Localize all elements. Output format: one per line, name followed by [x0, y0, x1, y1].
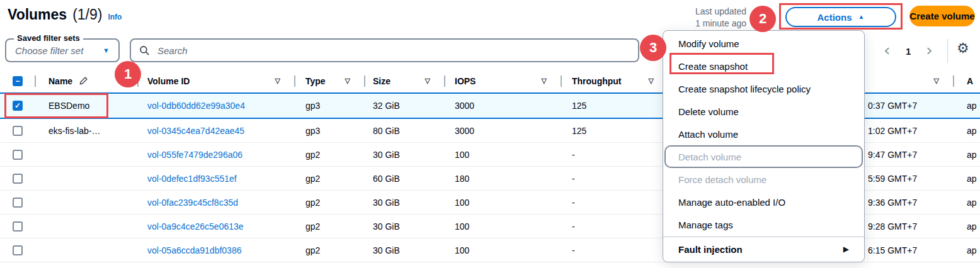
- annotation-badge-2: 2: [749, 6, 776, 32]
- cell-az: ap: [953, 238, 980, 262]
- row-checkbox[interactable]: [13, 245, 23, 255]
- preferences-gear-icon[interactable]: ⚙: [957, 42, 969, 55]
- cell-throughput: 125: [561, 94, 668, 118]
- page-header: Volumes (1/9) Info: [8, 6, 122, 23]
- cell-size: 30 GiB: [364, 215, 444, 238]
- cell-name: EBSDemo: [35, 94, 137, 118]
- menu-item-detach-volume: Detach volume: [664, 145, 863, 168]
- sort-icon: ▽: [425, 77, 430, 85]
- sort-icon: ▽: [934, 77, 939, 85]
- cell-iops: 100: [444, 215, 561, 238]
- pagination: 1: [880, 40, 936, 62]
- menu-item-create-snapshot-lifecycle-policy[interactable]: Create snapshot lifecycle policy: [663, 77, 864, 100]
- cell-size: 30 GiB: [364, 191, 444, 214]
- cell-type: gp2: [294, 167, 364, 190]
- column-header-iops[interactable]: IOPS ▽: [444, 69, 561, 92]
- chevron-right-icon: [925, 46, 933, 56]
- cell-iops: 100: [444, 143, 561, 166]
- check-icon: ✓: [14, 102, 21, 109]
- ec2-volumes-page: Volumes (1/9) Info Last updated 1 minute…: [0, 0, 980, 268]
- menu-divider: [663, 237, 864, 237]
- volume-id-link[interactable]: vol-055fe7479de296a06: [147, 150, 242, 160]
- cell-az: ap: [953, 167, 980, 190]
- cell-iops: 180: [444, 167, 561, 190]
- cell-az: ap: [953, 119, 980, 142]
- cell-iops: 3000: [444, 94, 561, 118]
- search-icon: [139, 45, 150, 56]
- search-input[interactable]: [156, 45, 630, 57]
- cell-throughput: 125: [561, 119, 668, 142]
- page-title: Volumes: [8, 6, 67, 23]
- volume-id-link[interactable]: vol-0a9c4ce26c5e0613e: [147, 221, 244, 232]
- column-header-type[interactable]: Type ▽: [294, 69, 364, 92]
- cell-iops: 100: [444, 191, 561, 214]
- menu-item-delete-volume[interactable]: Delete volume: [663, 100, 864, 123]
- cell-az: ap: [953, 191, 980, 214]
- cell-type: gp2: [294, 215, 364, 238]
- actions-menu: Modify volume Create snapshot Create sna…: [663, 30, 865, 262]
- row-checkbox[interactable]: [13, 174, 23, 184]
- row-checkbox[interactable]: ✓: [13, 101, 23, 111]
- cell-az: ap: [953, 143, 980, 166]
- current-page-number[interactable]: 1: [906, 46, 911, 57]
- create-volume-button[interactable]: Create volume: [909, 6, 975, 26]
- row-checkbox[interactable]: [13, 150, 23, 160]
- saved-filter-sets-label: Saved filter sets: [14, 33, 83, 43]
- selection-count: (1/9): [72, 6, 102, 23]
- volume-id-link[interactable]: vol-0fac239c45cf8c35d: [147, 198, 238, 208]
- toolbar-divider: [947, 39, 948, 63]
- row-checkbox[interactable]: [13, 221, 23, 232]
- cell-size: 32 GiB: [364, 94, 444, 118]
- sort-icon: ▽: [649, 77, 654, 85]
- sort-icon: ▽: [542, 77, 547, 85]
- cell-name: [35, 191, 137, 214]
- cell-throughput: -: [561, 167, 668, 190]
- row-checkbox[interactable]: [13, 126, 23, 136]
- cell-name: [35, 215, 137, 238]
- column-header-az[interactable]: A: [953, 69, 980, 92]
- column-header-throughput[interactable]: Throughput ▽: [561, 69, 668, 92]
- select-all-cell: −: [0, 69, 35, 92]
- volume-id-link[interactable]: vol-0defec1df93c551ef: [147, 174, 237, 184]
- chevron-up-icon: ▲: [858, 14, 865, 20]
- volume-id-link[interactable]: vol-05a6ccda91dbf0386: [147, 245, 241, 255]
- cell-size: 30 GiB: [364, 238, 444, 262]
- cell-type: gp3: [294, 94, 364, 118]
- cell-name: [35, 143, 137, 166]
- submenu-arrow-icon: ▶: [843, 245, 849, 254]
- cell-name: eks-fis-lab-…: [35, 119, 137, 142]
- menu-item-modify-volume[interactable]: Modify volume: [663, 32, 864, 55]
- edit-name-icon[interactable]: [79, 76, 88, 86]
- cell-size: 60 GiB: [364, 167, 444, 190]
- sort-icon: ▽: [345, 77, 350, 85]
- cell-type: gp2: [294, 238, 364, 262]
- volume-id-link[interactable]: vol-0345c4ea7d42eae45: [147, 126, 244, 136]
- cell-az: ap: [953, 215, 980, 238]
- column-header-size[interactable]: Size ▽: [364, 69, 444, 92]
- cell-throughput: -: [561, 143, 668, 166]
- menu-item-attach-volume[interactable]: Attach volume: [663, 123, 864, 145]
- menu-item-create-snapshot[interactable]: Create snapshot: [663, 55, 864, 77]
- row-checkbox[interactable]: [13, 198, 23, 208]
- cell-name: [35, 167, 137, 190]
- column-header-volume-id[interactable]: Volume ID ▽: [137, 69, 294, 92]
- cell-throughput: -: [561, 215, 668, 238]
- menu-item-manage-tags[interactable]: Manage tags: [663, 213, 864, 236]
- cell-type: gp2: [294, 191, 364, 214]
- select-all-checkbox[interactable]: −: [13, 76, 23, 86]
- search-box[interactable]: [130, 38, 639, 62]
- indeterminate-icon: −: [15, 77, 20, 85]
- cell-type: gp3: [294, 119, 364, 142]
- cell-name: [35, 238, 137, 262]
- chevron-left-icon: [883, 46, 892, 56]
- cell-iops: 3000: [444, 119, 561, 142]
- next-page-button[interactable]: [922, 43, 936, 59]
- volume-id-link[interactable]: vol-0db60dd62e99a30e4: [147, 101, 245, 111]
- menu-item-manage-auto-enabled-i-o[interactable]: Manage auto-enabled I/O: [663, 191, 864, 213]
- actions-button[interactable]: Actions ▲: [785, 7, 896, 27]
- previous-page-button[interactable]: [880, 43, 894, 59]
- sort-icon: ▽: [275, 77, 280, 85]
- menu-item-fault-injection[interactable]: Fault injection ▶: [663, 238, 864, 260]
- annotation-badge-3: 3: [640, 35, 666, 61]
- info-link[interactable]: Info: [108, 13, 122, 21]
